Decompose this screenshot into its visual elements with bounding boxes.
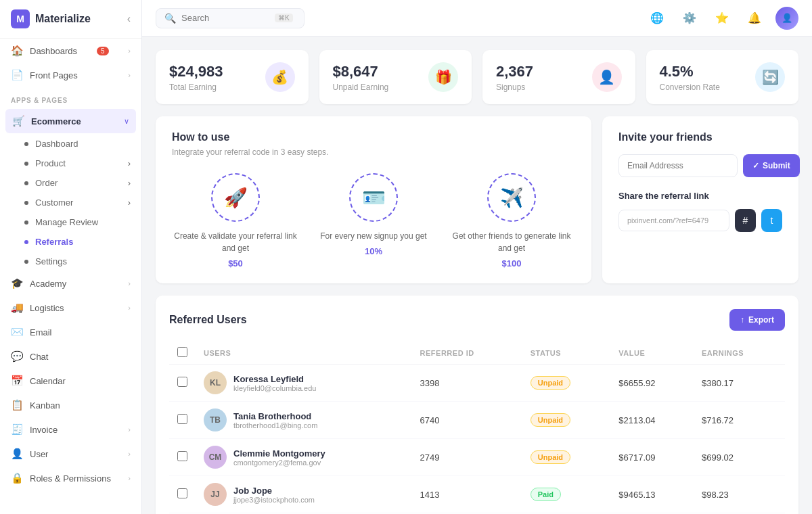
row-checkbox-cell	[169, 439, 196, 476]
sidebar-item-label: Front Pages	[30, 70, 78, 80]
step-1-value: $50	[228, 258, 243, 268]
sidebar-item-email[interactable]: ✉️ Email	[0, 320, 141, 344]
user-avatar: CM	[204, 446, 227, 469]
logistics-icon: 🚚	[11, 302, 23, 314]
academy-icon: 🎓	[11, 277, 23, 289]
chevron-right-icon: ›	[128, 450, 131, 458]
table-header: Referred Users ↑ Export	[169, 309, 785, 331]
table-title: Referred Users	[169, 314, 247, 326]
user-email: tbrotherhood1@bing.com	[233, 421, 317, 429]
logo-icon: M	[11, 9, 30, 28]
sidebar-item-roles[interactable]: 🔒 Roles & Permissions ›	[0, 466, 141, 490]
sidebar-item-kanban[interactable]: 📋 Kanban	[0, 393, 141, 417]
avatar[interactable]: 👤	[775, 7, 798, 30]
user-avatar: JJ	[204, 483, 227, 506]
user-cell: TB Tania Brotherhood tbrotherhood1@bing.…	[196, 402, 412, 439]
dot-icon	[24, 201, 28, 205]
sidebar-item-label: Calendar	[30, 376, 66, 386]
share-title: Share the referral link	[618, 191, 782, 201]
select-all-checkbox[interactable]	[177, 347, 187, 357]
sidebar-item-chat[interactable]: 💬 Chat	[0, 344, 141, 369]
search-icon: 🔍	[164, 13, 176, 24]
row-checkbox[interactable]	[177, 377, 187, 387]
sidebar-item-invoice[interactable]: 🧾 Invoice ›	[0, 417, 141, 442]
stat-label: Unpaid Earning	[333, 83, 389, 92]
chevron-right-icon: ›	[128, 425, 131, 434]
dot-icon	[24, 181, 28, 185]
topbar: 🔍 ⌘K 🌐 ⚙️ ⭐ 🔔 👤	[142, 0, 812, 37]
sidebar-sub-settings[interactable]: Settings	[0, 252, 141, 271]
invite-email-input[interactable]	[618, 154, 738, 177]
user-name: Job Jope	[233, 486, 315, 496]
middle-row: How to use Integrate your referral code …	[156, 116, 798, 283]
row-checkbox[interactable]	[177, 488, 187, 498]
sidebar-item-user[interactable]: 👤 User ›	[0, 442, 141, 466]
search-box[interactable]: 🔍 ⌘K	[156, 8, 304, 28]
translate-icon[interactable]: 🌐	[646, 7, 669, 30]
sidebar-item-dashboards[interactable]: 🏠 Dashboards 5 ›	[0, 39, 141, 63]
stat-icon-wrap: 👤	[592, 62, 622, 92]
sidebar-sub-manage-review[interactable]: Manage Review	[0, 212, 141, 232]
sidebar-sub-customer[interactable]: Customer ›	[0, 193, 141, 212]
row-checkbox[interactable]	[177, 451, 187, 461]
howto-card: How to use Integrate your referral code …	[156, 116, 591, 283]
search-input[interactable]	[181, 13, 269, 23]
user-icon: 👤	[11, 448, 23, 460]
sidebar-item-ecommerce[interactable]: 🛒 Ecommerce ∨	[5, 109, 136, 133]
howto-title: How to use	[172, 131, 575, 143]
sidebar-header: M Materialize ‹	[0, 0, 141, 39]
twitter-share-button[interactable]: t	[761, 209, 782, 232]
referred-users-section: Referred Users ↑ Export USERS REFERRED I…	[156, 296, 798, 514]
sidebar-item-calendar[interactable]: 📅 Calendar	[0, 369, 141, 393]
user-name: Clemmie Montgomery	[233, 448, 325, 459]
chevron-right-icon: ›	[128, 47, 131, 55]
col-earnings: EARNINGS	[694, 342, 785, 365]
sidebar-sub-dashboard[interactable]: Dashboard	[0, 134, 141, 154]
sidebar-sub-product[interactable]: Product ›	[0, 154, 141, 173]
submit-button[interactable]: ✓ Submit	[743, 154, 800, 177]
sidebar-item-academy[interactable]: 🎓 Academy ›	[0, 271, 141, 296]
status-cell: Paid	[522, 476, 611, 513]
copy-link-button[interactable]: #	[735, 209, 756, 232]
chevron-down-icon: ∨	[124, 117, 129, 126]
user-avatar: TB	[204, 408, 227, 431]
notification-icon[interactable]: 🔔	[743, 7, 766, 30]
user-email: jjope3@istockphoto.com	[233, 496, 315, 504]
steps-row: 🚀 Create & validate your referral link a…	[172, 173, 575, 268]
settings-icon[interactable]: ⚙️	[678, 7, 701, 30]
row-checkbox-cell	[169, 402, 196, 439]
status-cell: Unpaid	[522, 402, 611, 439]
check-icon: ✓	[752, 161, 759, 170]
status-badge: Unpaid	[531, 376, 570, 390]
sub-item-label: Customer	[35, 197, 73, 208]
user-info: Koressa Leyfield kleyfield0@columbia.edu	[233, 374, 316, 392]
sidebar-item-logistics[interactable]: 🚚 Logistics ›	[0, 296, 141, 320]
lock-icon: 🔒	[11, 472, 23, 484]
section-label: APPS & PAGES	[0, 87, 141, 108]
chevron-right-icon: ›	[128, 279, 131, 287]
user-cell: KL Koressa Leyfield kleyfield0@columbia.…	[196, 365, 412, 402]
sidebar-item-label: Kanban	[30, 400, 60, 411]
sidebar-collapse-button[interactable]: ‹	[127, 13, 131, 25]
sidebar-item-label: User	[30, 449, 48, 459]
share-link-input[interactable]	[618, 210, 729, 231]
stat-info: 4.5% Conversion Rate	[660, 63, 720, 92]
referred-id-cell: 2749	[412, 439, 522, 476]
chat-icon: 💬	[11, 350, 23, 363]
sidebar-item-front-pages[interactable]: 📄 Front Pages ›	[0, 63, 141, 87]
submit-label: Submit	[763, 161, 790, 170]
earnings-cell: $380.17	[694, 365, 785, 402]
stat-value: $8,647	[333, 63, 389, 80]
user-name: Tania Brotherhood	[233, 411, 317, 421]
export-button[interactable]: ↑ Export	[729, 309, 785, 331]
chevron-right-icon: ›	[128, 71, 131, 79]
sidebar-sub-order[interactable]: Order ›	[0, 173, 141, 193]
col-value: VALUE	[610, 342, 694, 365]
table-row: KL Koressa Leyfield kleyfield0@columbia.…	[169, 365, 785, 402]
star-icon[interactable]: ⭐	[710, 7, 734, 30]
sidebar-sub-referrals[interactable]: Referrals	[0, 232, 141, 252]
ecommerce-label: Ecommerce	[31, 116, 81, 126]
row-checkbox[interactable]	[177, 414, 187, 424]
user-email: kleyfield0@columbia.edu	[233, 384, 316, 392]
step-3-value: $100	[502, 258, 522, 268]
